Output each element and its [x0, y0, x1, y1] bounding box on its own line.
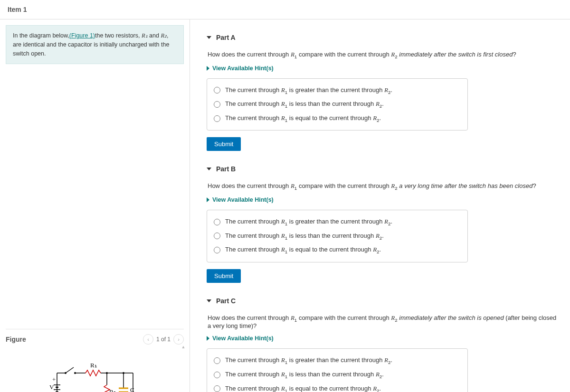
caret-down-icon: [207, 299, 211, 302]
part-b-option-3[interactable]: The current through R1 is equal to the c…: [214, 243, 461, 257]
qb-mid: compare with the current through: [297, 182, 391, 189]
caret-down-icon: [207, 168, 211, 170]
part-b-hint[interactable]: View Available Hint(s): [207, 196, 560, 203]
oa1-pre: The current through: [225, 86, 281, 93]
qa-italic: immediately after the switch is first cl…: [399, 51, 513, 58]
part-c-title: Part C: [216, 297, 236, 305]
svg-point-24: [123, 372, 124, 374]
part-c-option-3[interactable]: The current through R1 is equal to the c…: [214, 382, 461, 392]
oc2-mid: is less than the current through: [287, 371, 376, 378]
caret-down-icon: [207, 36, 211, 39]
problem-statement: In the diagram below,(Figure 1)the two r…: [6, 25, 184, 64]
oc1-post: .: [390, 356, 392, 364]
qc-pre: How does the current through: [208, 314, 291, 321]
figure-scrollbar[interactable]: ▲: [182, 345, 185, 392]
part-c-option-2[interactable]: The current through R1 is less than the …: [214, 368, 461, 382]
part-b-radio-3[interactable]: [214, 247, 220, 253]
part-a-radio-3[interactable]: [214, 115, 220, 122]
part-c-header[interactable]: Part C: [207, 297, 560, 305]
qa-pre: How does the current through: [208, 51, 291, 58]
ob3-pre: The current through: [225, 246, 281, 253]
part-b-options: The current through R1 is greater than t…: [207, 210, 468, 262]
part-b-option-2[interactable]: The current through R1 is less than the …: [214, 229, 461, 243]
part-a-option-2[interactable]: The current through R1 is less than the …: [214, 97, 461, 112]
part-c-option-1[interactable]: The current through R1 is greater than t…: [214, 354, 461, 368]
oc3-pre: The current through: [225, 385, 281, 392]
part-c: Part C How does the current through R1 c…: [207, 297, 560, 392]
svg-line-13: [66, 367, 74, 373]
ob2-mid: is less than the current through: [287, 232, 376, 239]
circuit-diagram: V + − R₁ R₂: [48, 359, 142, 392]
problem-after: the two resistors,: [95, 32, 142, 39]
oa2-pre: The current through: [225, 100, 281, 107]
oa3-pre: The current through: [225, 114, 281, 121]
part-b-question: How does the current through R1 compare …: [208, 182, 560, 191]
oc2-post: .: [382, 371, 384, 378]
part-a-hint[interactable]: View Available Hint(s): [207, 65, 560, 72]
part-c-radio-1[interactable]: [214, 357, 220, 364]
qb-italic: a very long time after the switch has be…: [399, 182, 532, 189]
oa1-mid: is greater than the current through: [287, 86, 384, 93]
qc-mid: compare with the current through: [297, 314, 391, 321]
part-a-option-3[interactable]: The current through R1 is equal to the c…: [214, 112, 461, 126]
part-a-options: The current through R1 is greater than t…: [207, 78, 468, 131]
qb-pre: How does the current through: [208, 182, 291, 189]
plus-label: +: [52, 376, 56, 383]
r1-label: R₁: [90, 362, 97, 369]
oa2-post: .: [382, 100, 384, 107]
oa1-post: .: [390, 86, 392, 93]
oc3-mid: is equal to the current through: [287, 385, 373, 392]
part-c-options: The current through R1 is greater than t…: [207, 348, 468, 392]
part-a-question: How does the current through R1 compare …: [208, 51, 560, 59]
left-panel: In the diagram below,(Figure 1)the two r…: [0, 19, 190, 392]
part-a-option-1[interactable]: The current through R1 is greater than t…: [214, 84, 461, 98]
part-c-radio-2[interactable]: [214, 372, 220, 378]
part-c-hint[interactable]: View Available Hint(s): [207, 335, 560, 342]
caret-right-icon: [207, 66, 209, 71]
part-a-submit[interactable]: Submit: [207, 137, 241, 151]
ob3-mid: is equal to the current through: [287, 246, 373, 253]
caret-right-icon: [207, 336, 209, 341]
r2-symbol: R₂: [161, 32, 167, 39]
caret-right-icon: [207, 197, 209, 202]
problem-prefix: In the diagram below,: [13, 32, 69, 39]
oa3-mid: is equal to the current through: [287, 114, 373, 121]
ob2-post: .: [382, 232, 384, 239]
pager-text: 1 of 1: [156, 336, 171, 343]
qa-mid: compare with the current through: [297, 51, 391, 58]
hint-label: View Available Hint(s): [212, 65, 274, 72]
page-title: Item 1: [0, 0, 570, 19]
ob2-pre: The current through: [225, 232, 281, 239]
part-b-option-1[interactable]: The current through R1 is greater than t…: [214, 215, 461, 229]
ob1-post: .: [390, 218, 392, 225]
hint-label: View Available Hint(s): [212, 335, 274, 342]
part-a-title: Part A: [216, 34, 236, 41]
part-c-radio-3[interactable]: [214, 385, 220, 392]
hint-label: View Available Hint(s): [212, 196, 274, 203]
part-b-header[interactable]: Part B: [207, 165, 560, 173]
part-b: Part B How does the current through R1 c…: [207, 165, 560, 282]
part-b-radio-2[interactable]: [214, 233, 220, 239]
qa-end: ?: [513, 51, 516, 58]
pager-prev[interactable]: ‹: [143, 334, 153, 345]
pager-next[interactable]: ›: [173, 334, 184, 345]
ob1-pre: The current through: [225, 218, 281, 225]
qc-italic: immediately after the switch is opened: [399, 314, 504, 321]
part-b-radio-1[interactable]: [214, 219, 220, 225]
ob3-post: .: [380, 246, 381, 253]
part-a-radio-2[interactable]: [214, 101, 220, 108]
oc3-post: .: [380, 385, 381, 392]
part-a-header[interactable]: Part A: [207, 34, 560, 41]
right-panel: Part A How does the current through R1 c…: [190, 19, 570, 392]
v-label: V: [49, 383, 54, 391]
part-a-radio-1[interactable]: [214, 87, 220, 93]
part-c-question: How does the current through R1 compare …: [208, 314, 560, 330]
figure-link[interactable]: (Figure 1): [69, 32, 95, 39]
part-b-submit[interactable]: Submit: [207, 269, 241, 283]
qb-end: ?: [532, 182, 536, 189]
r2-label: R₂: [109, 388, 116, 392]
problem-and: and: [148, 32, 161, 39]
oa3-post: .: [380, 114, 381, 121]
part-b-title: Part B: [216, 165, 236, 173]
oc1-mid: is greater than the current through: [287, 356, 384, 364]
